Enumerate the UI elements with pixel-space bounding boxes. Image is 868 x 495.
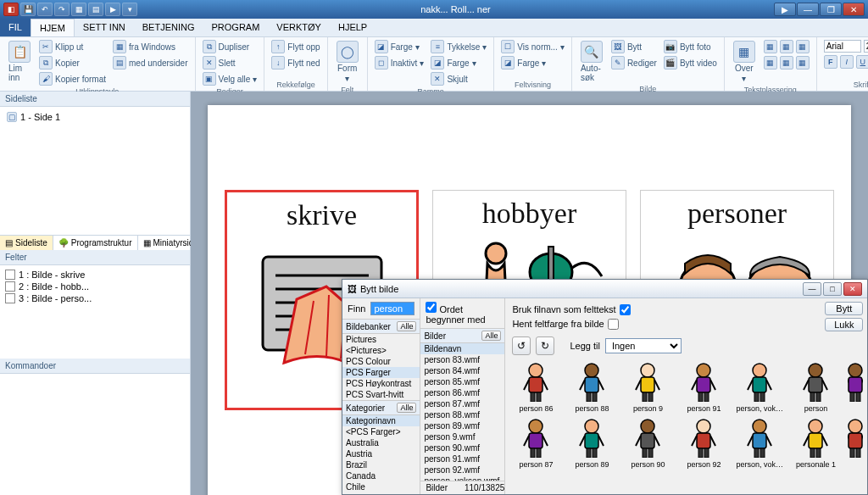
cut-button[interactable]: ✂Klipp ut xyxy=(37,39,108,54)
rotate-right-button[interactable]: ↻ xyxy=(536,336,554,355)
search-input[interactable] xyxy=(370,302,415,315)
file-item[interactable]: person 92.wmf xyxy=(420,464,504,476)
page-list[interactable]: ▢1 - Side 1 xyxy=(0,107,190,235)
inactive-button[interactable]: ◻Inaktivt▾ xyxy=(373,55,426,70)
all-images-button[interactable]: Alle xyxy=(481,331,501,341)
dialog-minimize-button[interactable]: — xyxy=(803,282,821,296)
bold-icon[interactable]: F xyxy=(824,55,837,69)
field-item[interactable]: 3 : Bilde - perso... xyxy=(3,292,186,304)
qat-btn-1[interactable]: ▦ xyxy=(71,3,86,16)
thumbnail[interactable] xyxy=(848,360,863,413)
bank-item[interactable]: <Pictures> xyxy=(342,345,420,356)
close-dialog-button[interactable]: Lukk xyxy=(825,318,863,331)
thumbnail[interactable]: person 88 xyxy=(568,360,615,413)
get-color-checkbox[interactable]: Hent feltfarge fra bilde xyxy=(512,319,630,330)
bank-item[interactable]: PCS Colour xyxy=(342,356,420,367)
checkbox-icon[interactable] xyxy=(5,270,15,280)
file-item[interactable]: person 87.wmf xyxy=(420,398,504,409)
use-filename-checkbox[interactable]: Bruk filnavn som felttekst xyxy=(512,304,630,315)
page-item[interactable]: ▢1 - Side 1 xyxy=(3,110,186,124)
thumbnail-area[interactable]: person 86 person 88 person 9 person 91 p… xyxy=(505,357,867,494)
color-button[interactable]: ◪Farge▾ xyxy=(373,39,426,54)
delete-button[interactable]: ✕Slett xyxy=(201,55,259,70)
close-button[interactable]: ✕ xyxy=(843,3,865,16)
font-size-select[interactable] xyxy=(864,40,868,53)
categories-list[interactable]: Kategorinavn<PCS Farger>AustraliaAustria… xyxy=(342,415,420,494)
file-item[interactable]: person 90.wmf xyxy=(420,442,504,453)
qat-undo-icon[interactable]: ↶ xyxy=(37,3,53,16)
view-normal-button[interactable]: ☐Vis norm...▾ xyxy=(499,39,566,54)
menu-hjem[interactable]: HJEM xyxy=(31,19,75,36)
category-item[interactable]: Kategorinavn xyxy=(342,415,420,426)
field-item[interactable]: 2 : Bilde - hobb... xyxy=(3,281,186,292)
maximize-button[interactable]: ❐ xyxy=(820,3,842,16)
starts-with-checkbox[interactable]: Ordet begynner med xyxy=(426,302,499,325)
category-item[interactable]: Australia xyxy=(342,437,420,448)
with-subpages-button[interactable]: ▤med undersider xyxy=(111,55,189,70)
commands-pane[interactable] xyxy=(0,374,190,495)
select-all-button[interactable]: ▣Velg alle▾ xyxy=(201,71,259,86)
from-windows-button[interactable]: ▦fra Windows xyxy=(111,39,189,54)
font-name-select[interactable] xyxy=(824,40,861,53)
copy-button[interactable]: ⧉Kopier xyxy=(37,55,108,70)
bank-item[interactable]: PCS Svart-hvitt xyxy=(342,389,420,400)
change-video-button[interactable]: 🎬Bytt video xyxy=(662,55,719,70)
align-grid-1[interactable]: ▦▦▦ xyxy=(762,39,811,54)
paste-button[interactable]: 📋Lim inn xyxy=(5,39,34,84)
tab-sideliste[interactable]: ▤Sideliste xyxy=(0,236,53,250)
thumbnail[interactable]: person xyxy=(792,360,839,413)
dialog-close-button[interactable]: ✕ xyxy=(843,282,862,296)
field-item[interactable]: 1 : Bilde - skrive xyxy=(3,269,186,281)
tab-programstruktur[interactable]: 🌳Programstruktur xyxy=(53,236,138,250)
color2-button[interactable]: ◪Farge▾ xyxy=(429,55,488,70)
file-item[interactable]: person 88.wmf xyxy=(420,409,504,420)
add-to-select[interactable]: Ingen xyxy=(605,338,682,353)
thumbnail[interactable] xyxy=(848,416,863,469)
rotate-left-button[interactable]: ↺ xyxy=(512,336,531,355)
file-item[interactable]: person 84.wmf xyxy=(420,365,504,376)
category-item[interactable]: Canada xyxy=(342,470,420,481)
thumbnail[interactable]: person 86 xyxy=(512,360,559,413)
all-banks-button[interactable]: Alle xyxy=(397,321,416,331)
form-button[interactable]: ◯Form▾ xyxy=(333,39,362,85)
text-over-button[interactable]: ▦Over▾ xyxy=(730,39,759,85)
menu-verktoy[interactable]: VERKTØY xyxy=(268,19,330,36)
category-item[interactable]: Brazil xyxy=(342,459,420,470)
file-item[interactable]: person 83.wmf xyxy=(420,354,504,365)
menu-program[interactable]: PROGRAM xyxy=(203,19,269,36)
hidden-button[interactable]: ✕Skjult xyxy=(429,71,488,86)
menu-settinn[interactable]: SETT INN xyxy=(75,19,134,36)
align-grid-2[interactable]: ▦▦▦ xyxy=(762,55,811,70)
thumbnail[interactable]: person, voksen1 xyxy=(736,416,783,469)
duplicate-button[interactable]: ⧉Dupliser xyxy=(201,39,259,54)
help-button[interactable]: ▶ xyxy=(774,3,796,16)
category-item[interactable]: Chile xyxy=(342,481,420,492)
thickness-button[interactable]: ≡Tykkelse▾ xyxy=(429,39,488,54)
dialog-maximize-button[interactable]: □ xyxy=(823,282,842,296)
qat-save-icon[interactable]: 💾 xyxy=(20,3,36,16)
copy-format-button[interactable]: 🖌Kopier format xyxy=(37,71,108,86)
field-list[interactable]: 1 : Bilde - skrive 2 : Bilde - hobb... 3… xyxy=(0,265,190,359)
file-item[interactable]: person 89.wmf xyxy=(420,420,504,431)
qat-btn-2[interactable]: ▤ xyxy=(88,3,103,16)
all-cats-button[interactable]: Alle xyxy=(397,403,416,413)
file-item[interactable]: person 86.wmf xyxy=(420,387,504,398)
italic-icon[interactable]: I xyxy=(840,55,854,69)
dialog-titlebar[interactable]: 🖼 Bytt bilde — □ ✕ xyxy=(342,280,867,298)
thumbnail[interactable]: personale 1 xyxy=(792,416,839,469)
thumbnail[interactable]: person 9 xyxy=(624,360,671,413)
qat-dropdown-icon[interactable]: ▾ xyxy=(122,3,137,16)
change-photo-button[interactable]: 📷Bytt foto xyxy=(662,39,719,54)
checkbox-icon[interactable] xyxy=(5,281,15,292)
move-up-button[interactable]: ↑Flytt opp xyxy=(270,39,321,54)
files-list[interactable]: Bildenavnperson 83.wmfperson 84.wmfperso… xyxy=(420,343,504,481)
fill-color-button[interactable]: ◪Farge▾ xyxy=(499,55,566,70)
menu-betjening[interactable]: BETJENING xyxy=(134,19,203,36)
category-item[interactable]: Austria xyxy=(342,448,420,459)
bank-item[interactable]: Pictures xyxy=(342,334,420,345)
menu-hjelp[interactable]: HJELP xyxy=(330,19,376,36)
thumbnail[interactable]: person 87 xyxy=(512,416,559,469)
qat-play-icon[interactable]: ▶ xyxy=(105,3,120,16)
minimize-button[interactable]: — xyxy=(797,3,819,16)
qat-app-icon[interactable]: ◧ xyxy=(3,3,19,16)
